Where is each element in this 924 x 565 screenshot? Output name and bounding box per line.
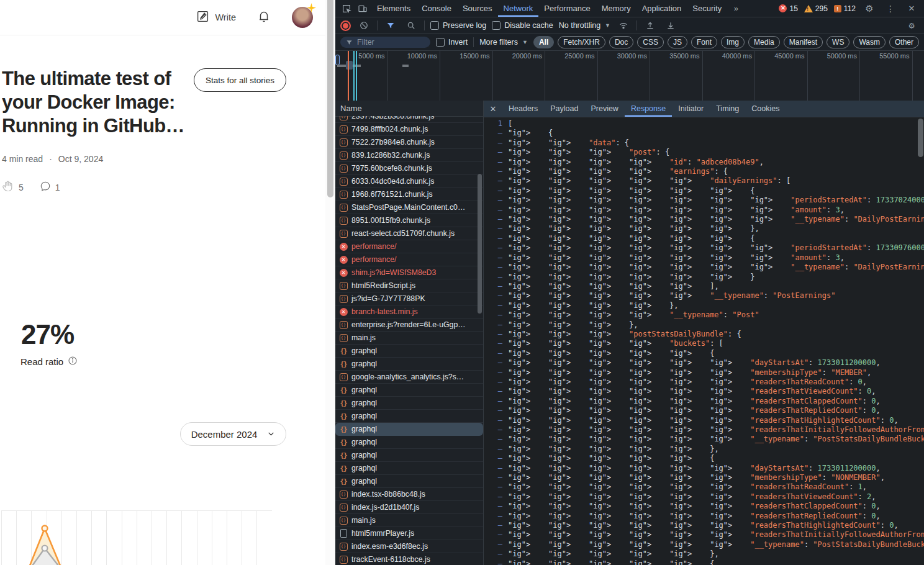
detail-tab-payload[interactable]: Payload [544, 101, 584, 117]
filter-pill-manifest[interactable]: Manifest [784, 36, 823, 48]
request-row[interactable]: {}839.1c286b32.chunk.js [335, 149, 483, 162]
device-toolbar-icon[interactable] [355, 2, 370, 16]
response-scrollbar-thumb[interactable] [918, 119, 923, 157]
inspect-element-icon[interactable] [339, 2, 354, 16]
search-icon[interactable] [404, 19, 419, 32]
warning-count-badge[interactable]: 295 [804, 4, 828, 13]
request-row[interactable]: {}html5RedirScript.js [335, 279, 483, 292]
devtools-tab-console[interactable]: Console [416, 0, 457, 17]
issues-count-badge[interactable]: ! 112 [834, 4, 856, 13]
request-row[interactable]: {}index.js-d2d1b40f.js [335, 501, 483, 514]
more-tabs-chevron-icon[interactable]: » [728, 2, 743, 16]
filter-pill-font[interactable]: Font [691, 36, 717, 48]
export-har-icon[interactable] [663, 19, 678, 32]
request-row[interactable]: {}1968.6f761521.chunk.js [335, 188, 483, 201]
throttling-dropdown[interactable]: No throttling ▼ [559, 21, 610, 30]
request-row[interactable]: {}enterprise.js?render=6Le-uGgp… [335, 319, 483, 332]
daily-stats-chart[interactable] [1, 510, 272, 565]
info-icon[interactable] [68, 356, 78, 368]
user-avatar[interactable] [292, 7, 313, 28]
request-row[interactable]: {}graphql [335, 345, 483, 358]
detail-tab-response[interactable]: Response [625, 101, 672, 117]
disable-cache-checkbox[interactable]: Disable cache [492, 21, 553, 30]
close-devtools-icon[interactable]: ✕ [904, 2, 919, 16]
preserve-log-checkbox[interactable]: Preserve log [430, 21, 486, 30]
request-row[interactable]: {}graphql [335, 358, 483, 371]
request-row[interactable]: {}7975.60bcefe8.chunk.js [335, 162, 483, 175]
request-row[interactable]: {}google-analytics_analytics.js?s… [335, 371, 483, 384]
request-list-scrollbar-thumb[interactable] [478, 174, 482, 314]
request-row[interactable]: html5mmrPlayer.js [335, 527, 483, 540]
network-overview-timeline[interactable]: 5000 ms10000 ms15000 ms20000 ms25000 ms3… [335, 51, 924, 101]
request-row[interactable]: {}graphql [335, 449, 483, 462]
filter-pill-other[interactable]: Other [889, 36, 919, 48]
devtools-tab-performance[interactable]: Performance [538, 0, 596, 17]
devtools-tab-sources[interactable]: Sources [457, 0, 498, 17]
devtools-tab-elements[interactable]: Elements [371, 0, 416, 17]
request-row[interactable]: ✕branch-latest.min.js [335, 305, 483, 319]
request-row[interactable]: {}graphql [335, 423, 483, 436]
page-scrollbar-thumb[interactable] [327, 0, 333, 197]
close-detail-icon[interactable]: ✕ [486, 102, 500, 115]
devtools-tab-network[interactable]: Network [498, 0, 539, 17]
devtools-tab-security[interactable]: Security [687, 0, 727, 17]
request-row[interactable]: {}8951.00f15fb9.chunk.js [335, 214, 483, 227]
filter-pill-fetch-xhr[interactable]: Fetch/XHR [558, 36, 605, 48]
write-button[interactable]: Write [196, 10, 236, 25]
stats-for-all-stories-button[interactable]: Stats for all stories [194, 68, 286, 92]
request-row[interactable]: {}main.js [335, 332, 483, 345]
network-conditions-icon[interactable] [616, 19, 631, 32]
clear-network-log-icon[interactable] [356, 19, 371, 32]
detail-tab-cookies[interactable]: Cookies [745, 101, 786, 117]
request-row[interactable]: {}7522.27b984e8.chunk.js [335, 136, 483, 149]
overview-window-handle[interactable] [335, 55, 340, 65]
request-row[interactable]: {}graphql [335, 475, 483, 488]
request-row[interactable]: {}graphql [335, 384, 483, 397]
detail-tab-headers[interactable]: Headers [502, 101, 544, 117]
detail-tab-preview[interactable]: Preview [584, 101, 624, 117]
request-row[interactable]: {}graphql [335, 410, 483, 423]
network-settings-gear-icon[interactable]: ⚙ [904, 19, 919, 32]
detail-tab-initiator[interactable]: Initiator [672, 101, 710, 117]
filter-pill-ws[interactable]: WS [827, 36, 849, 48]
error-count-badge[interactable]: ✕ 15 [779, 4, 797, 13]
more-filters-dropdown[interactable]: More filters ▼ [479, 38, 528, 47]
filter-pill-js[interactable]: JS [668, 36, 687, 48]
filter-pill-css[interactable]: CSS [637, 36, 664, 48]
request-row[interactable]: {}graphql [335, 397, 483, 410]
name-column-header[interactable]: Name [335, 101, 483, 117]
request-row[interactable]: {}StatsPostPage.MainContent.c0… [335, 201, 483, 214]
filter-input[interactable]: Filter [340, 37, 430, 48]
request-row[interactable]: {}graphql [335, 436, 483, 449]
request-row[interactable]: {}js?id=G-7JY7T788PK [335, 292, 483, 305]
kebab-menu-icon[interactable]: ⋮ [883, 2, 898, 16]
devtools-tab-application[interactable]: Application [636, 0, 687, 17]
request-row[interactable]: {}7499.8fffb024.chunk.js [335, 123, 483, 136]
filter-pill-all[interactable]: All [533, 36, 554, 48]
responses-stat[interactable]: 1 [40, 181, 60, 194]
invert-checkbox[interactable]: Invert [436, 38, 468, 47]
request-row[interactable]: {}index.tsx-8b86bc48.js [335, 488, 483, 501]
request-row[interactable]: ✕performance/ [335, 253, 483, 266]
filter-pill-img[interactable]: Img [721, 36, 745, 48]
request-row[interactable]: {}react-select.cd51709f.chunk.js [335, 227, 483, 240]
settings-gear-icon[interactable]: ⚙ [862, 2, 877, 16]
request-row[interactable]: {}2337.43b2b3c6.chunk.js [335, 116, 483, 123]
notifications-bell-icon[interactable] [257, 9, 271, 25]
request-row[interactable]: {}index.esm-e3d6f8ec.js [335, 540, 483, 553]
record-network-log-button[interactable] [340, 20, 351, 31]
request-row[interactable]: ✕shim.js?id=WISfSM8eD3 [335, 266, 483, 279]
claps-stat[interactable]: 5 [2, 180, 24, 194]
filter-pill-doc[interactable]: Doc [609, 36, 633, 48]
month-selector-dropdown[interactable]: December 2024 [180, 422, 286, 446]
devtools-tab-memory[interactable]: Memory [596, 0, 636, 17]
import-har-icon[interactable] [643, 19, 658, 32]
request-row[interactable]: {}6033.04dc0e4d.chunk.js [335, 175, 483, 188]
detail-tab-timing[interactable]: Timing [710, 101, 745, 117]
request-row[interactable]: {}trackEvent-6118cbce.js [335, 553, 483, 565]
request-row[interactable]: ✕performance/ [335, 240, 483, 253]
request-row[interactable]: {}main.js [335, 514, 483, 527]
filter-pill-wasm[interactable]: Wasm [853, 36, 886, 48]
response-body-viewer[interactable]: 1[–"ig"> {–"ig"> "ig"> "data": {–"ig"> "… [484, 117, 924, 565]
request-row[interactable]: {}graphql [335, 462, 483, 475]
